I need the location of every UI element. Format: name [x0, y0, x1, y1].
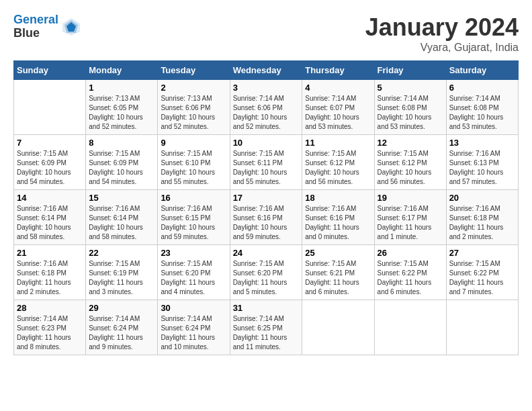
month-title: January 2024	[365, 13, 519, 42]
day-number: 25	[305, 248, 371, 258]
day-cell: 6Sunrise: 7:14 AMSunset: 6:08 PMDaylight…	[446, 80, 518, 135]
day-number: 27	[449, 248, 515, 258]
day-cell: 20Sunrise: 7:16 AMSunset: 6:18 PMDayligh…	[446, 190, 518, 245]
day-detail: Sunrise: 7:16 AMSunset: 6:17 PMDaylight:…	[378, 204, 443, 242]
day-cell: 28Sunrise: 7:14 AMSunset: 6:23 PMDayligh…	[14, 300, 86, 355]
day-number: 8	[89, 138, 154, 148]
logo-icon	[61, 17, 81, 37]
day-cell: 7Sunrise: 7:15 AMSunset: 6:09 PMDaylight…	[14, 135, 86, 190]
day-detail: Sunrise: 7:14 AMSunset: 6:08 PMDaylight:…	[378, 94, 443, 132]
day-cell: 10Sunrise: 7:15 AMSunset: 6:11 PMDayligh…	[230, 135, 302, 190]
day-number: 31	[233, 303, 300, 313]
day-detail: Sunrise: 7:16 AMSunset: 6:16 PMDaylight:…	[233, 204, 300, 242]
day-cell: 18Sunrise: 7:16 AMSunset: 6:16 PMDayligh…	[302, 190, 374, 245]
day-number: 13	[449, 138, 515, 148]
day-number: 7	[17, 138, 83, 148]
day-cell: 2Sunrise: 7:13 AMSunset: 6:06 PMDaylight…	[158, 80, 230, 135]
day-detail: Sunrise: 7:16 AMSunset: 6:14 PMDaylight:…	[17, 204, 83, 242]
day-number: 28	[17, 303, 83, 313]
col-header-tuesday: Tuesday	[158, 61, 230, 80]
day-detail: Sunrise: 7:15 AMSunset: 6:09 PMDaylight:…	[17, 149, 83, 187]
day-cell: 30Sunrise: 7:14 AMSunset: 6:24 PMDayligh…	[158, 300, 230, 355]
day-detail: Sunrise: 7:14 AMSunset: 6:23 PMDaylight:…	[17, 314, 83, 352]
day-number: 20	[449, 193, 515, 203]
day-number: 24	[233, 248, 300, 258]
col-header-monday: Monday	[86, 61, 158, 80]
day-number: 11	[305, 138, 371, 148]
calendar-table: SundayMondayTuesdayWednesdayThursdayFrid…	[13, 60, 519, 355]
day-detail: Sunrise: 7:15 AMSunset: 6:10 PMDaylight:…	[161, 149, 226, 187]
day-detail: Sunrise: 7:15 AMSunset: 6:12 PMDaylight:…	[305, 149, 371, 187]
day-cell: 23Sunrise: 7:15 AMSunset: 6:20 PMDayligh…	[158, 245, 230, 300]
day-number: 10	[233, 138, 300, 148]
col-header-sunday: Sunday	[14, 61, 86, 80]
day-cell	[302, 300, 374, 355]
location-subtitle: Vyara, Gujarat, India	[365, 42, 519, 54]
day-detail: Sunrise: 7:15 AMSunset: 6:20 PMDaylight:…	[233, 259, 300, 297]
day-cell: 17Sunrise: 7:16 AMSunset: 6:16 PMDayligh…	[230, 190, 302, 245]
week-row-4: 21Sunrise: 7:16 AMSunset: 6:18 PMDayligh…	[14, 245, 519, 300]
day-number: 3	[233, 83, 300, 93]
day-cell: 1Sunrise: 7:13 AMSunset: 6:05 PMDaylight…	[86, 80, 158, 135]
day-detail: Sunrise: 7:14 AMSunset: 6:07 PMDaylight:…	[305, 94, 371, 132]
day-cell: 25Sunrise: 7:15 AMSunset: 6:21 PMDayligh…	[302, 245, 374, 300]
day-cell: 4Sunrise: 7:14 AMSunset: 6:07 PMDaylight…	[302, 80, 374, 135]
logo: GeneralBlue	[13, 13, 81, 40]
logo-text: GeneralBlue	[13, 13, 58, 40]
day-cell	[374, 300, 446, 355]
day-number: 9	[161, 138, 226, 148]
day-cell: 12Sunrise: 7:15 AMSunset: 6:12 PMDayligh…	[374, 135, 446, 190]
day-detail: Sunrise: 7:14 AMSunset: 6:08 PMDaylight:…	[449, 94, 515, 132]
day-detail: Sunrise: 7:14 AMSunset: 6:25 PMDaylight:…	[233, 314, 300, 352]
day-cell: 26Sunrise: 7:15 AMSunset: 6:22 PMDayligh…	[374, 245, 446, 300]
day-cell: 5Sunrise: 7:14 AMSunset: 6:08 PMDaylight…	[374, 80, 446, 135]
week-row-5: 28Sunrise: 7:14 AMSunset: 6:23 PMDayligh…	[14, 300, 519, 355]
day-number: 30	[161, 303, 226, 313]
day-cell	[446, 300, 518, 355]
week-row-2: 7Sunrise: 7:15 AMSunset: 6:09 PMDaylight…	[14, 135, 519, 190]
day-cell: 29Sunrise: 7:14 AMSunset: 6:24 PMDayligh…	[86, 300, 158, 355]
day-detail: Sunrise: 7:15 AMSunset: 6:19 PMDaylight:…	[89, 259, 154, 297]
week-row-3: 14Sunrise: 7:16 AMSunset: 6:14 PMDayligh…	[14, 190, 519, 245]
day-detail: Sunrise: 7:14 AMSunset: 6:24 PMDaylight:…	[89, 314, 154, 352]
day-cell: 19Sunrise: 7:16 AMSunset: 6:17 PMDayligh…	[374, 190, 446, 245]
header-row: SundayMondayTuesdayWednesdayThursdayFrid…	[14, 61, 519, 80]
day-cell: 27Sunrise: 7:15 AMSunset: 6:22 PMDayligh…	[446, 245, 518, 300]
day-detail: Sunrise: 7:15 AMSunset: 6:22 PMDaylight:…	[378, 259, 443, 297]
day-number: 16	[161, 193, 226, 203]
day-detail: Sunrise: 7:15 AMSunset: 6:20 PMDaylight:…	[161, 259, 226, 297]
day-cell	[14, 80, 86, 135]
col-header-thursday: Thursday	[302, 61, 374, 80]
day-detail: Sunrise: 7:16 AMSunset: 6:14 PMDaylight:…	[89, 204, 154, 242]
day-detail: Sunrise: 7:13 AMSunset: 6:05 PMDaylight:…	[89, 94, 154, 132]
day-number: 4	[305, 83, 371, 93]
day-cell: 24Sunrise: 7:15 AMSunset: 6:20 PMDayligh…	[230, 245, 302, 300]
day-cell: 14Sunrise: 7:16 AMSunset: 6:14 PMDayligh…	[14, 190, 86, 245]
day-detail: Sunrise: 7:16 AMSunset: 6:13 PMDaylight:…	[449, 149, 515, 187]
day-number: 6	[449, 83, 515, 93]
day-number: 29	[89, 303, 154, 313]
day-number: 18	[305, 193, 371, 203]
day-cell: 11Sunrise: 7:15 AMSunset: 6:12 PMDayligh…	[302, 135, 374, 190]
day-number: 2	[161, 83, 226, 93]
day-detail: Sunrise: 7:16 AMSunset: 6:15 PMDaylight:…	[161, 204, 226, 242]
day-detail: Sunrise: 7:16 AMSunset: 6:18 PMDaylight:…	[449, 204, 515, 242]
day-number: 17	[233, 193, 300, 203]
day-number: 19	[378, 193, 443, 203]
day-detail: Sunrise: 7:15 AMSunset: 6:11 PMDaylight:…	[233, 149, 300, 187]
day-cell: 8Sunrise: 7:15 AMSunset: 6:09 PMDaylight…	[86, 135, 158, 190]
day-number: 23	[161, 248, 226, 258]
title-block: January 2024 Vyara, Gujarat, India	[365, 13, 519, 54]
day-cell: 15Sunrise: 7:16 AMSunset: 6:14 PMDayligh…	[86, 190, 158, 245]
day-detail: Sunrise: 7:13 AMSunset: 6:06 PMDaylight:…	[161, 94, 226, 132]
day-number: 1	[89, 83, 154, 93]
day-cell: 16Sunrise: 7:16 AMSunset: 6:15 PMDayligh…	[158, 190, 230, 245]
day-number: 22	[89, 248, 154, 258]
day-number: 21	[17, 248, 83, 258]
page-header: GeneralBlue January 2024 Vyara, Gujarat,…	[13, 13, 519, 54]
day-number: 14	[17, 193, 83, 203]
day-cell: 13Sunrise: 7:16 AMSunset: 6:13 PMDayligh…	[446, 135, 518, 190]
day-detail: Sunrise: 7:16 AMSunset: 6:18 PMDaylight:…	[17, 259, 83, 297]
day-detail: Sunrise: 7:15 AMSunset: 6:12 PMDaylight:…	[378, 149, 443, 187]
day-detail: Sunrise: 7:16 AMSunset: 6:16 PMDaylight:…	[305, 204, 371, 242]
